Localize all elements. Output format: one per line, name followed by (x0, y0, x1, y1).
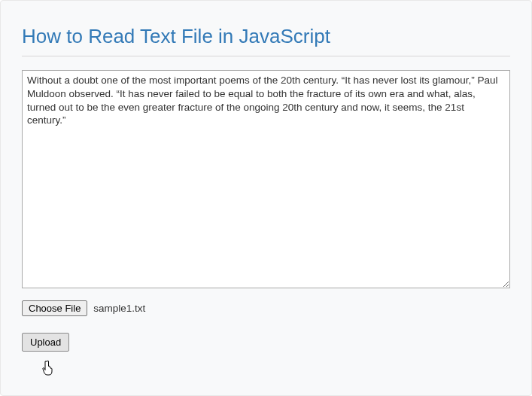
file-input-row: Choose File sample1.txt (22, 300, 510, 316)
choose-file-button[interactable]: Choose File (22, 300, 87, 316)
upload-row: Upload (22, 333, 510, 352)
upload-button[interactable]: Upload (22, 333, 69, 352)
panel: How to Read Text File in JavaScript With… (0, 0, 532, 396)
file-content-textarea[interactable]: Without a doubt one of the most importan… (22, 70, 510, 288)
page-title: How to Read Text File in JavaScript (22, 25, 510, 56)
selected-file-name: sample1.txt (93, 303, 145, 314)
